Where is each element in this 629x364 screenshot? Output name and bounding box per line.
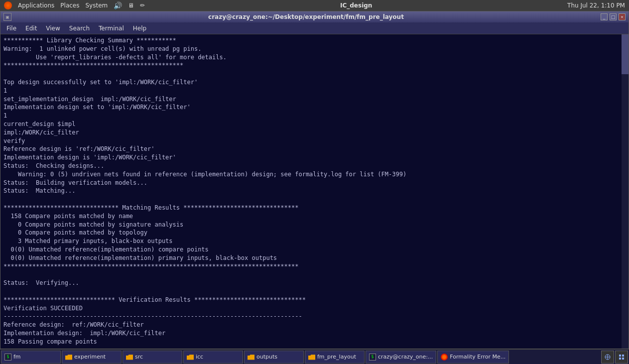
apps-logo-icon	[4, 1, 12, 9]
window-title: IC_design	[340, 2, 372, 9]
folder-icon-outputs	[248, 354, 254, 360]
terminal-icon-crazy: $	[369, 354, 376, 361]
minimize-button[interactable]: _	[601, 13, 608, 20]
taskbar-item-icc[interactable]: icc	[183, 351, 243, 364]
system-menu[interactable]: System	[85, 2, 108, 9]
terminal-content[interactable]: *********** Library Checking Summary ***…	[0, 34, 629, 349]
taskbar-end-icons	[601, 351, 628, 364]
menu-search[interactable]: Search	[65, 24, 94, 33]
window-controls-left: ▣	[3, 13, 11, 21]
menu-help[interactable]: Help	[129, 24, 150, 33]
taskbar-label-icc: icc	[196, 354, 203, 360]
taskbar-item-experiment[interactable]: experiment	[62, 351, 122, 364]
taskbar-item-src[interactable]: src	[123, 351, 182, 364]
terminal-icon: $	[4, 354, 11, 361]
taskbar-label-src: src	[135, 354, 143, 360]
window-path-title: crazy@crazy_one:~/Desktop/experiment/fm/…	[11, 13, 601, 20]
window-controls-right[interactable]: _ □ ×	[601, 13, 626, 20]
browser-icon-formality	[441, 354, 448, 361]
taskbar-label-fm-pre-layout: fm_pre_layout	[317, 354, 356, 360]
menu-terminal[interactable]: Terminal	[95, 24, 128, 33]
menu-view[interactable]: View	[42, 24, 64, 33]
close-button[interactable]: ×	[619, 13, 626, 20]
sound-icon[interactable]: 🔊	[114, 1, 122, 9]
menu-edit[interactable]: Edit	[21, 24, 41, 33]
taskbar-item-fm[interactable]: $ fm	[1, 351, 61, 364]
taskbar-item-outputs[interactable]: outputs	[244, 351, 304, 364]
taskbar-item-fm-pre-layout[interactable]: fm_pre_layout	[305, 351, 365, 364]
taskbar-label-outputs: outputs	[256, 354, 277, 360]
taskbar-label-fm: fm	[13, 354, 21, 360]
folder-icon-src	[126, 354, 133, 360]
taskbar-item-formality[interactable]: Formality Error Me...	[437, 351, 509, 364]
taskbar-icon-2[interactable]	[615, 351, 628, 364]
menu-file[interactable]: File	[2, 24, 20, 33]
maximize-button[interactable]: □	[610, 13, 617, 20]
screen-icon[interactable]: 🖥	[128, 2, 134, 9]
window-icon: ▣	[3, 13, 11, 21]
window-titlebar: ▣ crazy@crazy_one:~/Desktop/experiment/f…	[0, 11, 629, 22]
system-bar-left: Applications Places System 🔊 🖥 ✏	[4, 1, 145, 9]
folder-icon-fm-pre-layout	[308, 354, 315, 360]
applications-menu[interactable]: Applications	[18, 2, 54, 9]
grid-icon	[618, 354, 625, 361]
svg-rect-3	[619, 355, 621, 357]
folder-icon-icc	[187, 354, 194, 360]
places-menu[interactable]: Places	[60, 2, 79, 9]
taskbar-label-terminal: crazy@crazy_one:...	[378, 354, 433, 360]
terminal-window: ▣ crazy@crazy_one:~/Desktop/experiment/f…	[0, 11, 629, 349]
svg-rect-6	[622, 358, 624, 360]
taskbar-icon-1[interactable]	[601, 351, 614, 364]
svg-rect-4	[622, 355, 624, 357]
taskbar-item-terminal[interactable]: $ crazy@crazy_one:...	[366, 351, 436, 364]
menu-bar: File Edit View Search Terminal Help	[0, 22, 629, 34]
datetime: Thu Jul 22, 1:10 PM	[567, 2, 625, 9]
scrollbar-thumb[interactable]	[622, 34, 629, 74]
folder-icon-experiment	[65, 354, 72, 360]
system-bar: Applications Places System 🔊 🖥 ✏ IC_desi…	[0, 0, 629, 11]
terminal-output: *********** Library Checking Summary ***…	[3, 36, 626, 349]
svg-rect-5	[619, 358, 621, 360]
scrollbar[interactable]	[622, 34, 629, 349]
pencil-icon[interactable]: ✏	[140, 2, 145, 9]
network-icon	[604, 354, 611, 361]
system-bar-right: Thu Jul 22, 1:10 PM	[567, 2, 625, 9]
taskbar-label-formality: Formality Error Me...	[450, 354, 505, 360]
taskbar-label-experiment: experiment	[74, 354, 106, 360]
taskbar: $ fm experiment src icc outputs fm_pre_l…	[0, 349, 629, 364]
